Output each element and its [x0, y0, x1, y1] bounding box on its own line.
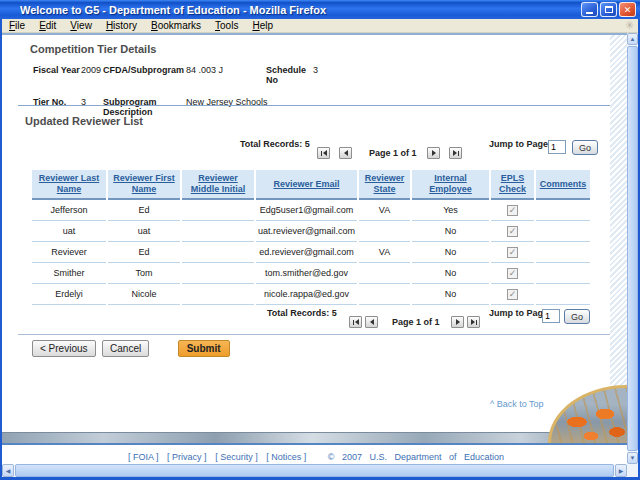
jump-to-page-input[interactable]: [542, 309, 560, 323]
fiscal-year-label: Fiscal Year: [33, 65, 81, 85]
menu-bar: File Edit View History Bookmarks Tools H…: [2, 19, 638, 33]
sort-epls-check[interactable]: EPLS Check: [499, 173, 526, 194]
back-to-top-link[interactable]: ^ Back to Top: [490, 399, 544, 409]
jump-to-page-label: Jump to Page: [489, 308, 548, 318]
epls-checkbox[interactable]: ✓: [507, 226, 518, 237]
cell-internal-employee: No: [412, 263, 489, 284]
cell-reviewer-last-name: Smither: [32, 263, 106, 284]
window-title: Welcome to G5 - Department of Education …: [20, 4, 581, 16]
reviewer-table-header: Reviewer Last Name Reviewer First Name R…: [32, 170, 590, 200]
jump-to-page-input[interactable]: [548, 140, 566, 154]
scroll-down-button[interactable]: ▼: [627, 452, 638, 464]
cell-reviewer-email: nicole.rappa@ed.gov: [256, 284, 357, 305]
cell-internal-employee: No: [412, 242, 489, 263]
subprogram-description-label: Subprogram Description: [103, 97, 186, 117]
actions-divider: [18, 334, 610, 335]
total-records-label: Total Records: 5: [240, 139, 310, 149]
scroll-right-button[interactable]: ▶: [615, 464, 627, 477]
menu-item-view[interactable]: View: [63, 19, 99, 32]
table-row: RevieverEded.reviever@gmail.comVANo✓: [32, 242, 590, 263]
table-row: SmitherTomtom.smither@ed.govNo✓: [32, 263, 590, 284]
close-button[interactable]: ✕: [619, 2, 636, 17]
previous-page-icon: [344, 150, 348, 156]
cell-comments: [536, 263, 590, 284]
sort-reviewer-email[interactable]: Reviewer Email: [273, 179, 339, 189]
restore-button[interactable]: [600, 2, 617, 17]
next-page-button[interactable]: [427, 147, 440, 159]
cell-reviewer-state: VA: [359, 200, 410, 221]
horizontal-scrollbar[interactable]: ◀ ▶: [2, 464, 627, 477]
previous-page-button[interactable]: [365, 316, 378, 328]
pagination-bottom: Total Records: 5 Page 1 of 1 Jump to Pag…: [2, 307, 627, 331]
cell-reviewer-first-name: uat: [108, 221, 180, 242]
last-page-button[interactable]: [467, 316, 480, 328]
sort-reviewer-middle-initial[interactable]: Reviewer Middle Initial: [191, 173, 246, 194]
schedule-no-label: Schedule No: [266, 65, 313, 85]
security-link[interactable]: Security: [215, 452, 258, 462]
cell-reviewer-email: tom.smither@ed.gov: [256, 263, 357, 284]
menu-item-tools[interactable]: Tools: [208, 19, 245, 32]
subprogram-description-value: New Jersey Schools: [186, 97, 353, 117]
go-button[interactable]: Go: [564, 309, 590, 324]
previous-page-button[interactable]: [339, 147, 352, 159]
previous-button[interactable]: < Previous: [32, 340, 96, 357]
minimize-button[interactable]: [581, 2, 598, 17]
foia-link[interactable]: FOIA: [128, 452, 159, 462]
menu-item-help[interactable]: Help: [245, 19, 280, 32]
menu-item-bookmarks[interactable]: Bookmarks: [144, 19, 208, 32]
last-page-button[interactable]: [449, 147, 462, 159]
sort-internal-employee[interactable]: Internal Employee: [429, 173, 472, 194]
vertical-scrollbar-thumb[interactable]: [627, 46, 638, 451]
last-page-icon: [453, 150, 457, 156]
menu-item-edit[interactable]: Edit: [32, 19, 63, 32]
cell-reviewer-last-name: uat: [32, 221, 106, 242]
next-page-button[interactable]: [451, 316, 464, 328]
first-page-button[interactable]: [317, 147, 330, 159]
epls-checkbox[interactable]: ✓: [507, 289, 518, 300]
competition-fields: Fiscal Year 2009 CFDA/Subprogram 84 .003…: [33, 65, 353, 117]
menu-item-file[interactable]: File: [2, 19, 32, 32]
menu-item-history[interactable]: History: [99, 19, 144, 32]
epls-checkbox[interactable]: ✓: [507, 247, 518, 258]
reviewer-table: Reviewer Last Name Reviewer First Name R…: [30, 170, 592, 305]
competition-tier-details-title: Competition Tier Details: [30, 43, 156, 55]
cancel-button[interactable]: Cancel: [102, 340, 149, 357]
go-button[interactable]: Go: [572, 140, 598, 155]
vertical-scrollbar[interactable]: ▲ ▼: [627, 33, 638, 464]
cell-reviewer-state: [359, 284, 410, 305]
cell-reviewer-last-name: Erdelyi: [32, 284, 106, 305]
cell-reviewer-middle-initial: [182, 284, 254, 305]
cell-epls-check: ✓: [491, 242, 534, 263]
cell-reviewer-state: [359, 263, 410, 284]
cell-epls-check: ✓: [491, 263, 534, 284]
cell-reviewer-email: Edg5user1@gmail.com: [256, 200, 357, 221]
sort-reviewer-first-name[interactable]: Reviewer First Name: [113, 173, 175, 194]
cell-reviewer-middle-initial: [182, 200, 254, 221]
first-page-button[interactable]: [349, 316, 362, 328]
cell-comments: [536, 284, 590, 305]
cell-reviewer-state: [359, 221, 410, 242]
cell-reviewer-first-name: Tom: [108, 263, 180, 284]
cell-reviewer-first-name: Ed: [108, 200, 180, 221]
total-records-label: Total Records: 5: [267, 308, 337, 318]
notices-link[interactable]: Notices: [266, 452, 306, 462]
submit-button[interactable]: Submit: [178, 340, 230, 357]
epls-checkbox[interactable]: ✓: [507, 268, 518, 279]
cell-comments: [536, 242, 590, 263]
footer-gradient-bar: [2, 432, 565, 443]
cell-internal-employee: No: [412, 221, 489, 242]
privacy-link[interactable]: Privacy: [167, 452, 207, 462]
epls-checkbox[interactable]: ✓: [507, 205, 518, 216]
copyright-text: © 2007 U.S. Department of Education: [328, 452, 504, 462]
cell-epls-check: ✓: [491, 284, 534, 305]
cell-epls-check: ✓: [491, 200, 534, 221]
scroll-left-button[interactable]: ◀: [2, 464, 14, 477]
sort-comments[interactable]: Comments: [540, 179, 587, 189]
horizontal-scrollbar-thumb[interactable]: [15, 464, 614, 477]
sort-reviewer-state[interactable]: Reviewer State: [365, 173, 405, 194]
sort-reviewer-last-name[interactable]: Reviewer Last Name: [39, 173, 100, 194]
window-titlebar: Welcome to G5 - Department of Education …: [0, 0, 640, 19]
footer-divider-line: [2, 443, 627, 445]
table-row: uatuatuat.reviever@gmail.comNo✓: [32, 221, 590, 242]
scroll-up-button[interactable]: ▲: [627, 33, 638, 45]
